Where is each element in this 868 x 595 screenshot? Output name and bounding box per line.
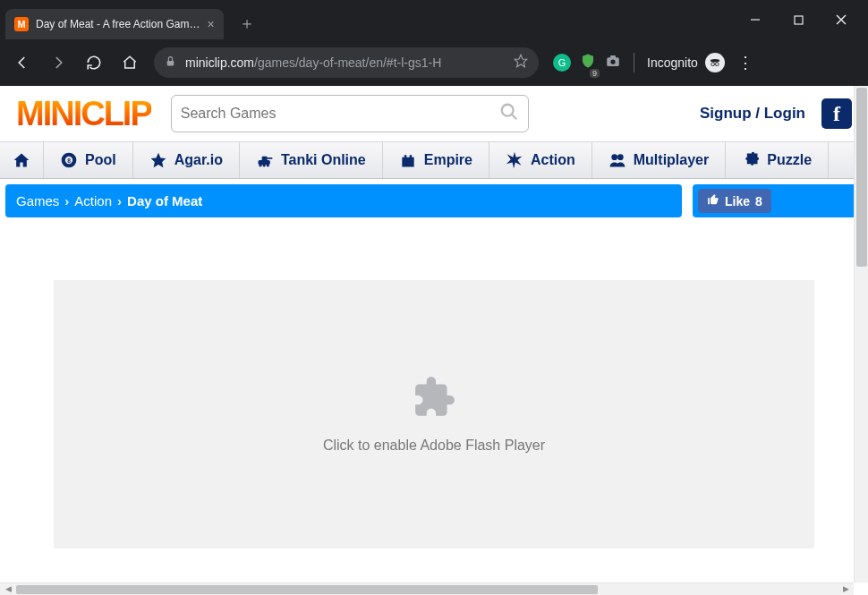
- svg-point-9: [711, 59, 720, 63]
- vertical-scroll-thumb[interactable]: [856, 88, 867, 267]
- vertical-scrollbar[interactable]: [854, 86, 868, 582]
- facebook-like-button[interactable]: Like 8: [698, 189, 771, 213]
- star-icon: [149, 151, 167, 169]
- people-icon: [608, 151, 626, 169]
- camera-extension-icon[interactable]: [605, 53, 621, 72]
- puzzle-icon: [742, 151, 760, 169]
- nav-item-agario[interactable]: Agar.io: [133, 142, 240, 178]
- svg-point-22: [259, 164, 261, 166]
- nav-item-tanki[interactable]: Tanki Online: [240, 142, 383, 178]
- svg-point-26: [611, 154, 617, 160]
- toolbar-divider: [634, 53, 634, 72]
- bookmark-star-icon[interactable]: [514, 54, 528, 72]
- nav-item-action[interactable]: Action: [489, 142, 592, 178]
- browser-chrome: M Day of Meat - A free Action Gam… × ＋ m…: [0, 0, 868, 86]
- nav-item-multiplayer[interactable]: Multiplayer: [592, 142, 726, 178]
- nav-item-empire[interactable]: Empire: [383, 142, 489, 178]
- svg-point-24: [267, 164, 269, 166]
- game-flash-container[interactable]: Click to enable Adobe Flash Player: [54, 280, 814, 548]
- url-text: miniclip.com/games/day-of-meat/en/#t-l-g…: [185, 55, 441, 70]
- home-button[interactable]: [115, 47, 145, 78]
- page-content: MINICLIP Signup / Login f 8 Pool Agar.io…: [0, 86, 868, 582]
- svg-point-10: [711, 63, 715, 66]
- svg-rect-1: [795, 16, 803, 24]
- site-header: MINICLIP Signup / Login f: [0, 86, 868, 141]
- svg-point-7: [610, 60, 615, 64]
- breadcrumb-current: Day of Meat: [127, 193, 202, 208]
- window-controls: [736, 6, 861, 33]
- lock-icon: [165, 55, 176, 71]
- shield-extension-icon[interactable]: 9: [580, 53, 596, 72]
- address-bar[interactable]: miniclip.com/games/day-of-meat/en/#t-l-g…: [154, 47, 539, 78]
- flash-plugin-icon: [412, 375, 456, 423]
- auth-area: Signup / Login f: [700, 98, 852, 129]
- nav-item-pool[interactable]: 8 Pool: [44, 142, 133, 178]
- window-minimize-button[interactable]: [736, 6, 775, 33]
- browser-menu-button[interactable]: ⋮: [730, 53, 761, 72]
- svg-point-13: [502, 105, 514, 116]
- svg-rect-8: [610, 55, 616, 58]
- category-nav: 8 Pool Agar.io Tanki Online Empire Actio…: [0, 141, 868, 179]
- castle-icon: [399, 151, 417, 169]
- svg-line-14: [512, 115, 516, 119]
- scroll-left-arrow-icon[interactable]: ◀: [2, 583, 14, 594]
- nav-item-puzzle[interactable]: Puzzle: [726, 142, 829, 178]
- thumbs-up-icon: [707, 193, 719, 208]
- tab-close-icon[interactable]: ×: [207, 18, 214, 30]
- reload-button[interactable]: [79, 47, 109, 78]
- svg-point-11: [715, 63, 719, 66]
- flash-enable-text: Click to enable Adobe Flash Player: [323, 438, 545, 454]
- nav-label: Agar.io: [174, 152, 223, 168]
- extensions-area: G 9: [553, 53, 621, 72]
- nav-label: Pool: [85, 152, 116, 168]
- search-box[interactable]: [171, 95, 529, 132]
- svg-rect-4: [167, 61, 174, 65]
- browser-titlebar: M Day of Meat - A free Action Gam… × ＋: [0, 0, 868, 39]
- forward-button[interactable]: [43, 47, 73, 78]
- browser-toolbar: miniclip.com/games/day-of-meat/en/#t-l-g…: [0, 39, 868, 86]
- breadcrumb-games[interactable]: Games: [16, 193, 59, 208]
- facebook-icon[interactable]: f: [821, 98, 852, 129]
- window-maximize-button[interactable]: [779, 6, 818, 33]
- incognito-icon: [705, 53, 725, 72]
- svg-marker-18: [150, 153, 166, 168]
- burst-icon: [506, 151, 523, 169]
- incognito-indicator[interactable]: Incognito: [647, 53, 725, 72]
- search-icon[interactable]: [499, 102, 519, 125]
- search-input[interactable]: [181, 106, 499, 122]
- svg-text:8: 8: [67, 157, 71, 164]
- new-tab-button[interactable]: ＋: [234, 11, 260, 36]
- tab-favicon-miniclip-icon: M: [14, 17, 29, 31]
- back-button[interactable]: [7, 47, 38, 78]
- svg-rect-21: [267, 157, 273, 159]
- horizontal-scrollbar[interactable]: ◀ ▶: [0, 582, 854, 595]
- nav-label: Action: [531, 152, 575, 168]
- breadcrumb-sep: ›: [64, 193, 69, 208]
- pool-ball-icon: 8: [60, 151, 78, 169]
- svg-marker-25: [506, 152, 523, 168]
- tank-icon: [256, 151, 274, 169]
- window-close-button[interactable]: [821, 6, 861, 33]
- nav-label: Puzzle: [767, 152, 812, 168]
- svg-marker-5: [515, 55, 526, 66]
- browser-tab[interactable]: M Day of Meat - A free Action Gam… ×: [5, 9, 224, 39]
- horizontal-scroll-thumb[interactable]: [16, 585, 598, 594]
- svg-point-23: [262, 164, 265, 166]
- breadcrumb: Games › Action › Day of Meat: [5, 184, 682, 217]
- breadcrumb-sep: ›: [117, 193, 122, 208]
- nav-item-home[interactable]: [0, 142, 44, 178]
- grammarly-extension-icon[interactable]: G: [553, 54, 571, 72]
- home-icon: [13, 151, 30, 169]
- breadcrumb-action[interactable]: Action: [74, 193, 112, 208]
- signup-login-link[interactable]: Signup / Login: [700, 105, 805, 123]
- svg-rect-20: [262, 157, 268, 161]
- breadcrumb-row: Games › Action › Day of Meat Like 8: [0, 179, 868, 217]
- scroll-right-arrow-icon[interactable]: ▶: [839, 583, 852, 594]
- tab-title: Day of Meat - A free Action Gam…: [36, 18, 200, 30]
- svg-point-27: [617, 154, 624, 160]
- extension-badge: 9: [590, 69, 600, 78]
- miniclip-logo[interactable]: MINICLIP: [16, 97, 151, 131]
- like-container: Like 8: [693, 184, 863, 217]
- nav-label: Tanki Online: [281, 152, 366, 168]
- nav-label: Multiplayer: [634, 152, 709, 168]
